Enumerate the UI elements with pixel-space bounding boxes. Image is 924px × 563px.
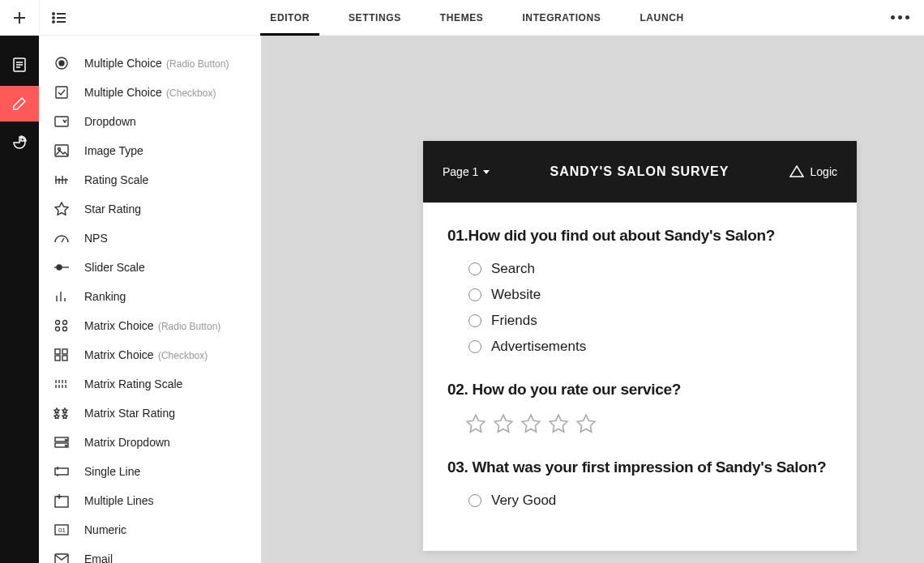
email-icon — [53, 551, 70, 563]
radio-option[interactable]: Website — [447, 282, 832, 308]
svg-point-10 — [57, 265, 62, 270]
radio-icon — [468, 340, 481, 353]
multi-line-icon — [53, 493, 70, 509]
qtype-item[interactable]: Star Rating — [53, 194, 246, 224]
numeric-icon: 01 — [53, 522, 70, 538]
matrix-dropdown-icon — [53, 434, 70, 450]
logic-button[interactable]: Logic — [789, 165, 837, 178]
radio-icon — [468, 314, 481, 327]
survey-header: Page 1 SANDY'S SALON SURVEY Logic — [423, 141, 857, 203]
qtype-item[interactable]: Dropdown — [53, 107, 246, 136]
radio-icon — [468, 262, 481, 275]
qtype-label: Image Type — [84, 144, 143, 157]
editor-canvas: Page 1 SANDY'S SALON SURVEY Logic 01.How… — [261, 36, 924, 563]
survey-card: Page 1 SANDY'S SALON SURVEY Logic 01.How… — [423, 141, 857, 551]
radio-option[interactable]: Friends — [447, 308, 832, 334]
gauge-icon — [53, 230, 70, 246]
qtype-item[interactable]: Email — [53, 544, 246, 563]
qtype-item[interactable]: Matrix Choice (Checkbox) — [53, 340, 246, 369]
qtype-label: Matrix Choice (Radio Button) — [84, 319, 220, 332]
option-label: Website — [491, 287, 541, 303]
svg-rect-25 — [55, 554, 68, 563]
qtype-label: Multiple Choice (Radio Button) — [84, 57, 229, 70]
star-button[interactable] — [493, 413, 514, 437]
tab-settings[interactable]: SETTINGS — [349, 0, 401, 35]
star-button[interactable] — [465, 413, 486, 437]
list-view-button[interactable] — [40, 0, 79, 36]
tab-integrations[interactable]: INTEGRATIONS — [522, 0, 601, 35]
qtype-label: Slider Scale — [84, 261, 145, 274]
qtype-label: Matrix Rating Scale — [84, 377, 182, 390]
svg-rect-18 — [62, 356, 67, 360]
qtype-label: Matrix Star Rating — [84, 407, 175, 420]
star-row — [447, 410, 832, 437]
radio-option[interactable]: Very Good — [447, 488, 832, 514]
star-button[interactable] — [575, 413, 597, 437]
tab-themes[interactable]: THEMES — [440, 0, 484, 35]
pie-chart-icon — [12, 135, 27, 150]
rail-edit-button[interactable] — [0, 86, 39, 122]
caret-down-icon — [483, 170, 490, 174]
rail-pages-button[interactable] — [0, 47, 39, 83]
qtype-label: Rating Scale — [84, 173, 148, 186]
svg-rect-6 — [56, 87, 67, 98]
qtype-item[interactable]: Ranking — [53, 282, 246, 311]
list-icon — [52, 12, 66, 23]
more-button[interactable] — [875, 15, 924, 19]
svg-rect-16 — [62, 349, 67, 354]
qtype-item[interactable]: Image Type — [53, 136, 246, 165]
add-button[interactable] — [0, 0, 39, 36]
option-label: Friends — [491, 313, 537, 329]
radio-option[interactable]: Search — [447, 256, 832, 282]
qtype-label: Matrix Dropdown — [84, 436, 170, 449]
qtype-item[interactable]: Multiple Choice (Radio Button) — [53, 49, 246, 78]
svg-point-2 — [53, 21, 54, 23]
qtype-item[interactable]: Multiple Choice (Checkbox) — [53, 78, 246, 107]
top-bar: EDITOR SETTINGS THEMES INTEGRATIONS LAUN… — [0, 0, 924, 36]
dropdown-icon — [53, 113, 70, 130]
qtype-item[interactable]: Matrix Dropdown — [53, 428, 246, 457]
topbar-left — [0, 0, 79, 35]
qtype-meta: (Radio Button) — [164, 58, 229, 70]
radio-icon — [468, 494, 481, 507]
question-title: 01.How did you find out about Sandy's Sa… — [447, 227, 832, 245]
rail-reports-button[interactable] — [0, 125, 39, 160]
tab-launch[interactable]: LAUNCH — [640, 0, 683, 35]
option-label: Very Good — [491, 493, 556, 509]
qtype-item[interactable]: Multiple Lines — [53, 486, 246, 515]
star-icon — [53, 201, 70, 217]
slider-icon — [53, 259, 70, 275]
qtype-item[interactable]: Matrix Choice (Radio Button) — [53, 311, 246, 340]
svg-point-9 — [58, 148, 61, 151]
matrix-star-icon — [53, 405, 70, 421]
qtype-item[interactable]: NPS — [53, 224, 246, 253]
qtype-label: NPS — [84, 232, 108, 245]
svg-point-0 — [53, 13, 54, 15]
svg-rect-15 — [55, 349, 60, 354]
rating-icon — [53, 172, 70, 188]
svg-point-11 — [56, 321, 60, 325]
qtype-meta: (Checkbox) — [156, 350, 208, 361]
qtype-item[interactable]: 01 Numeric — [53, 515, 246, 544]
radio-icon — [468, 288, 481, 301]
plus-icon — [12, 11, 27, 25]
svg-point-12 — [63, 321, 67, 325]
image-icon — [53, 143, 70, 159]
qtype-item[interactable]: Slider Scale — [53, 253, 246, 282]
page-label: Page 1 — [443, 165, 478, 178]
svg-rect-22 — [55, 497, 68, 507]
star-button[interactable] — [520, 413, 541, 437]
qtype-label: Matrix Choice (Checkbox) — [84, 348, 207, 361]
qtype-item[interactable]: Matrix Rating Scale — [53, 369, 246, 399]
page-selector[interactable]: Page 1 — [443, 165, 490, 178]
qtype-item[interactable]: Matrix Star Rating — [53, 399, 246, 428]
qtype-item[interactable]: Single Line — [53, 457, 246, 486]
star-button[interactable] — [548, 413, 569, 437]
svg-rect-7 — [55, 117, 68, 126]
left-rail — [0, 36, 39, 563]
qtype-item[interactable]: Rating Scale — [53, 165, 246, 194]
survey-question: 02. How do you rate our service? — [447, 381, 832, 437]
tab-editor[interactable]: EDITOR — [270, 0, 310, 35]
radio-option[interactable]: Advertisements — [447, 334, 832, 360]
single-line-icon — [53, 463, 70, 480]
